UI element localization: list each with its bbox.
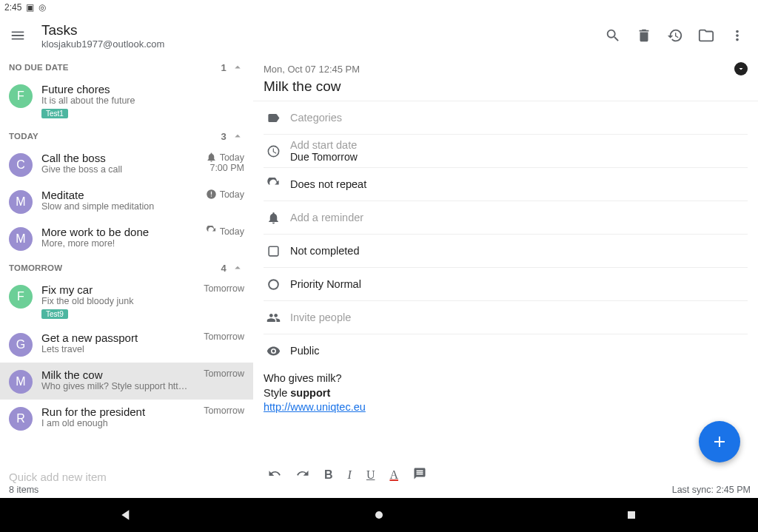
status-icon: ▣ xyxy=(26,2,34,13)
app-title: Tasks xyxy=(41,22,598,38)
nav-back-button[interactable] xyxy=(97,498,156,532)
people-icon xyxy=(264,311,283,325)
quick-add-input[interactable]: Quick add new item xyxy=(9,466,244,485)
svg-rect-3 xyxy=(269,246,278,256)
redo-button[interactable] xyxy=(296,467,309,483)
search-button[interactable] xyxy=(598,21,628,50)
status-time: 2:45 xyxy=(4,2,21,13)
notes-link[interactable]: http://www.uniqtec.eu xyxy=(264,401,366,413)
comment-button[interactable] xyxy=(413,467,426,483)
svg-point-5 xyxy=(375,511,383,519)
task-avatar: F xyxy=(9,285,33,309)
nav-home-button[interactable] xyxy=(349,498,409,532)
format-toolbar: B I U A xyxy=(268,467,426,483)
eye-icon xyxy=(264,344,283,358)
reminder-row[interactable]: Add a reminder xyxy=(253,201,758,234)
text-color-button[interactable]: A xyxy=(389,468,398,482)
task-notes[interactable]: Who gives milk? Style support http://www… xyxy=(253,367,758,420)
undo-button[interactable] xyxy=(268,467,281,483)
task-row[interactable]: M Milk the cowWho gives milk? Style supp… xyxy=(0,363,253,400)
account-email: klosjakub1977@outlook.com xyxy=(41,38,598,50)
task-row[interactable]: C Call the bossGive the boss a callToday… xyxy=(0,146,253,183)
task-row[interactable]: F Fix my carFix the old bloody junkTest9… xyxy=(0,277,253,326)
checkbox-icon xyxy=(264,244,283,258)
task-row[interactable]: F Future choresIt is all about the futur… xyxy=(0,77,253,125)
last-sync: Last sync: 2:45 PM xyxy=(672,485,751,495)
repeat-row[interactable]: Does not repeat xyxy=(253,168,758,201)
svg-rect-2 xyxy=(211,195,212,196)
italic-button[interactable]: I xyxy=(348,468,352,482)
task-row[interactable]: G Get a new passportLets travelTomorrow xyxy=(0,326,253,363)
collapse-icon[interactable] xyxy=(734,62,748,75)
clock-icon xyxy=(264,144,283,158)
underline-button[interactable]: U xyxy=(366,468,375,482)
bell-icon xyxy=(264,211,283,225)
task-avatar: G xyxy=(9,333,33,357)
menu-button[interactable] xyxy=(3,21,33,50)
bold-button[interactable]: B xyxy=(324,468,333,482)
task-row[interactable]: R Run for the presidentI am old enoughTo… xyxy=(0,400,253,437)
priority-icon xyxy=(264,277,283,292)
svg-rect-6 xyxy=(628,511,635,519)
visibility-row[interactable]: Public xyxy=(253,334,758,367)
task-row[interactable]: M More work to be doneMore, more more!To… xyxy=(0,220,253,257)
android-status-bar: 2:45 ▣ ◎ xyxy=(0,0,758,15)
folder-button[interactable] xyxy=(691,21,721,50)
detail-title[interactable]: Milk the cow xyxy=(253,77,758,101)
nav-recent-button[interactable] xyxy=(602,498,661,532)
section-header[interactable]: NO DUE DATE1 xyxy=(0,56,253,77)
android-nav-bar xyxy=(0,498,758,532)
svg-rect-1 xyxy=(211,192,212,195)
section-header[interactable]: TOMORROW4 xyxy=(0,257,253,277)
delete-button[interactable] xyxy=(629,21,659,50)
task-row[interactable]: M MeditateSlow and simple meditationToda… xyxy=(0,183,253,220)
task-avatar: F xyxy=(9,84,33,108)
history-button[interactable] xyxy=(660,21,690,50)
date-row[interactable]: Add start date Due Tomorrow xyxy=(253,135,758,167)
task-avatar: R xyxy=(9,407,33,431)
items-count: 8 items xyxy=(9,485,244,496)
add-task-fab[interactable] xyxy=(699,421,740,462)
app-bar: Tasks klosjakub1977@outlook.com xyxy=(0,15,758,56)
task-avatar: M xyxy=(9,370,33,394)
label-icon xyxy=(264,111,283,125)
section-header[interactable]: TODAY3 xyxy=(0,125,253,146)
more-button[interactable] xyxy=(722,21,752,50)
categories-row[interactable]: Categories xyxy=(253,101,758,134)
priority-row[interactable]: Priority Normal xyxy=(253,268,758,300)
invite-row[interactable]: Invite people xyxy=(253,301,758,334)
repeat-icon xyxy=(264,178,283,192)
svg-point-4 xyxy=(269,280,278,289)
task-avatar: C xyxy=(9,153,33,177)
task-avatar: M xyxy=(9,190,33,214)
detail-datetime: Mon, Oct 07 12:45 PM xyxy=(264,64,360,75)
status-icon: ◎ xyxy=(38,2,46,13)
task-avatar: M xyxy=(9,227,33,251)
completed-row[interactable]: Not completed xyxy=(253,235,758,267)
